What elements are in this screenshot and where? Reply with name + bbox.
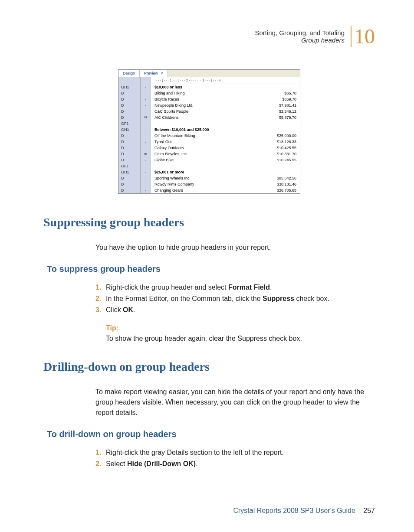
row-value: $2,546.12: [262, 108, 296, 114]
steps-list: 1.Right-click the gray Details section t…: [95, 449, 375, 468]
row-name: Biking and Hiking: [154, 90, 262, 96]
row-value: $10,381.70: [262, 151, 296, 157]
row-name: Tyred Out: [154, 139, 262, 145]
row-name: Newpeople Biking Ltd.: [154, 102, 262, 108]
page-header: Sorting, Grouping, and Totaling Group he…: [255, 26, 375, 47]
steps-list: 1.Right-click the group header and selec…: [95, 284, 375, 314]
section-label: D: [118, 102, 140, 108]
intro-text: You have the option to hide group header…: [95, 242, 375, 253]
row-name: Sporting Wheels Inc.: [154, 175, 262, 181]
subtitle-suppress: To suppress group headers: [47, 264, 375, 274]
step-item: 2.Select Hide (Drill-Down OK).: [95, 460, 375, 468]
step-item: 1.Right-click the group header and selec…: [95, 284, 375, 291]
step-item: 1.Right-click the gray Details section t…: [95, 449, 375, 457]
footer-page: 257: [363, 507, 375, 514]
row-name: Changing Gears: [154, 187, 262, 193]
row-value: $30,131.46: [262, 181, 296, 187]
row-value: $26,705.65: [262, 187, 296, 193]
tab-preview-label: Preview: [144, 71, 158, 75]
step-number: 2.: [95, 460, 106, 468]
row-value: $10,425.55: [262, 145, 296, 151]
header-line1: Sorting, Grouping, and Totaling: [255, 29, 345, 36]
section-label: GF1: [118, 163, 140, 169]
row-name: Off the Mountain Biking: [154, 133, 262, 139]
step-number: 2.: [95, 295, 106, 303]
report-content: · · · | · · · 1 · · · | · · · 2 · · · | …: [151, 77, 300, 193]
section-label: D: [118, 96, 140, 102]
row-value: $10,245.55: [262, 157, 296, 163]
header-line2: Group headers: [255, 36, 345, 44]
section-label: D: [118, 108, 140, 114]
row-name: Bicycle Races: [154, 96, 262, 102]
section-label: D: [118, 187, 140, 193]
section-label: D: [118, 145, 140, 151]
row-value: $65.70: [262, 90, 296, 96]
intro-text: To make report viewing easier, you can h…: [95, 387, 375, 418]
section-label: D: [118, 175, 140, 181]
step-number: 1.: [95, 284, 106, 291]
row-value: $85,642.56: [262, 175, 296, 181]
tab-preview[interactable]: Preview ×: [140, 70, 168, 77]
section-label: GH1: [118, 127, 140, 133]
section-label: D: [118, 90, 140, 96]
page-footer: Crystal Reports 2008 SP3 User's Guide 25…: [233, 507, 375, 515]
row-value: $25,000.00: [262, 133, 296, 139]
section-title-drilling: Drilling-down on group headers: [43, 360, 375, 374]
tip-label: Tip:: [106, 324, 375, 332]
report-screenshot: Design Preview × GH1 D D D D D GF1 GH1 D…: [118, 69, 300, 194]
section-label: D: [118, 139, 140, 145]
step-item: 3.Click OK.: [95, 306, 375, 314]
row-value: $18,126.33: [262, 139, 296, 145]
row-name: Globe Bike: [154, 157, 262, 163]
section-title-suppressing: Suppressing group headers: [43, 215, 375, 229]
section-column: GH1 D D D D D GF1 GH1 D D D D D GF1 GH1 …: [118, 77, 140, 193]
row-name: C&C Sports People: [154, 108, 262, 114]
row-value: $5,879.70: [262, 114, 296, 121]
tip-text: To show the group header again, clear th…: [106, 335, 375, 343]
row-name: AIC Childrens: [154, 114, 262, 121]
screenshot-tabs: Design Preview ×: [118, 70, 300, 77]
row-name: Cairo Bicycles, Inc.: [154, 151, 262, 157]
step-number: 1.: [95, 449, 106, 457]
group-title: $25,001 or more: [154, 169, 296, 175]
section-label: D: [118, 114, 140, 121]
row-value: $659.70: [262, 96, 296, 102]
row-name: Rowdy Rims Company: [154, 181, 262, 187]
section-label: GF1: [118, 121, 140, 127]
group-title: $10,000 or less: [154, 84, 296, 90]
section-label: GH1: [118, 84, 140, 90]
row-name: Galaxy Outdoors: [154, 145, 262, 151]
step-item: 2.In the Format Editor, on the Common ta…: [95, 295, 375, 303]
step-number: 3.: [95, 306, 106, 314]
section-label: D: [118, 157, 140, 163]
group-title: Between $10,001 and $25,000: [154, 127, 296, 133]
chapter-number: 10: [351, 26, 375, 47]
footer-title: Crystal Reports 2008 SP3 User's Guide: [233, 507, 355, 514]
section-label: D: [118, 133, 140, 139]
section-label: D: [118, 181, 140, 187]
tab-design[interactable]: Design: [118, 70, 140, 77]
subtitle-drilldown: To drill-down on group headers: [47, 429, 375, 439]
close-icon[interactable]: ×: [161, 71, 163, 75]
section-label: D: [118, 151, 140, 157]
section-label: GH1: [118, 169, 140, 175]
ruler: · · · | · · · 1 · · · | · · · 2 · · · | …: [151, 77, 300, 84]
marker-column: -.- -.N --. -m. -..-: [140, 77, 151, 193]
row-value: $7,981.41: [262, 102, 296, 108]
